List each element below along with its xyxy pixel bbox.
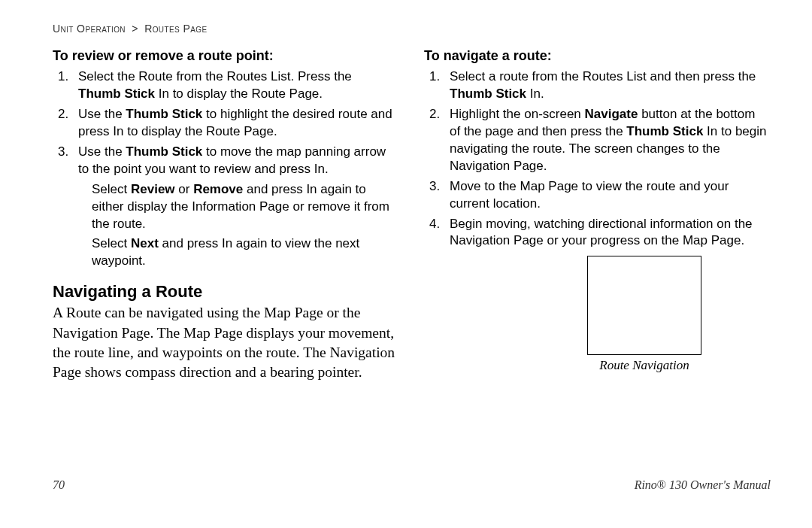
term-thumb-stick: Thumb Stick	[450, 86, 526, 101]
body-paragraph: A Route can be navigated using the Map P…	[53, 303, 395, 382]
term-remove: Remove	[193, 182, 243, 196]
step-item: Highlight the on-screen Navigate button …	[444, 106, 767, 175]
term-thumb-stick: Thumb Stick	[126, 144, 202, 159]
manual-title: Rino® 130 Owner's Manual	[635, 478, 771, 492]
term-thumb-stick: Thumb Stick	[626, 124, 703, 138]
manual-page: Unit Operation > Routes Page To review o…	[0, 0, 812, 528]
term-next: Next	[131, 236, 159, 250]
step-item: Use the Thumb Stick to highlight the des…	[72, 106, 395, 141]
subhead-review-remove: To review or remove a route point:	[53, 48, 395, 64]
step-text: Select the Route from the Routes List. P…	[78, 69, 352, 83]
term-thumb-stick: Thumb Stick	[126, 107, 202, 121]
step-text: Use the	[78, 144, 126, 159]
steps-review-remove: Select the Route from the Routes List. P…	[72, 68, 395, 178]
step-text: In.	[526, 86, 544, 101]
page-number: 70	[53, 478, 65, 492]
step-text: Move to the Map Page to view the route a…	[450, 179, 729, 211]
step-item: Select a route from the Routes List and …	[444, 68, 767, 103]
term-review: Review	[131, 182, 175, 196]
figure-placeholder	[587, 256, 701, 355]
manual-title-text: Rino	[635, 478, 657, 491]
manual-title-text: 130 Owner's Manual	[666, 478, 771, 491]
sub-paragraph: Select Next and press In again to view t…	[92, 235, 395, 270]
subhead-navigate-route: To navigate a route:	[424, 48, 767, 64]
figure: Route Navigation	[522, 256, 767, 373]
steps-navigate-route: Select a route from the Routes List and …	[444, 68, 767, 250]
step-item: Begin moving, watching directional infor…	[444, 216, 767, 250]
left-column: To review or remove a route point: Selec…	[53, 45, 395, 383]
heading-navigating-route: Navigating a Route	[53, 282, 395, 302]
step-text: Begin moving, watching directional infor…	[450, 217, 753, 248]
columns: To review or remove a route point: Selec…	[53, 45, 771, 383]
step-item: Move to the Map Page to view the route a…	[444, 178, 767, 213]
text: Select	[92, 182, 131, 196]
right-column: To navigate a route: Select a route from…	[424, 45, 767, 383]
step-text: Select a route from the Routes List and …	[450, 69, 756, 83]
step-text: Use the	[78, 107, 126, 121]
breadcrumb: Unit Operation > Routes Page	[53, 23, 771, 35]
text: or	[175, 182, 194, 196]
breadcrumb-section: Unit Operation	[53, 23, 126, 35]
breadcrumb-sep: >	[132, 23, 138, 35]
figure-caption: Route Navigation	[599, 358, 689, 373]
step-text: Highlight the on-screen	[450, 107, 585, 121]
step-text: In to display the Route Page.	[155, 86, 323, 101]
step-item: Select the Route from the Routes List. P…	[72, 68, 395, 103]
sub-paragraph: Select Review or Remove and press In aga…	[92, 181, 395, 233]
term-thumb-stick: Thumb Stick	[78, 86, 155, 101]
text: Select	[92, 236, 131, 250]
breadcrumb-page: Routes Page	[144, 23, 207, 35]
registered-mark: ®	[657, 478, 666, 491]
step-item: Use the Thumb Stick to move the map pann…	[72, 144, 395, 178]
page-footer: 70 Rino® 130 Owner's Manual	[53, 478, 771, 492]
term-navigate: Navigate	[585, 107, 638, 121]
